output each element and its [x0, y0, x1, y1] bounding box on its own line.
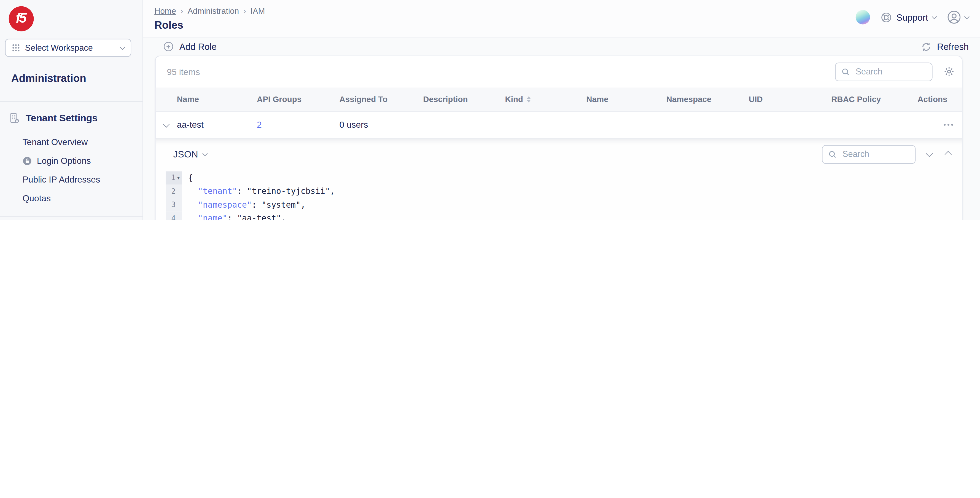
refresh-icon	[921, 42, 931, 51]
page-title: Roles	[154, 19, 265, 32]
app-window: f5 Select Workspace Administration Tenan…	[0, 0, 980, 220]
namespace-cell	[667, 117, 749, 132]
json-code-viewer: 1▾{2 "tenant": "treino-tyjcbsii",3 "name…	[165, 171, 953, 220]
chevron-down-icon	[120, 45, 125, 49]
breadcrumb-separator: ›	[243, 6, 246, 16]
workspace-selector[interactable]: Select Workspace	[5, 39, 131, 57]
column-header-name: Name	[177, 94, 257, 104]
sidebar-item-tenant-overview[interactable]: Tenant Overview	[0, 132, 143, 152]
add-role-button[interactable]: Add Role	[163, 42, 216, 52]
row-detail-json-panel: JSON	[156, 139, 962, 220]
sidebar-section-personal-management: Personal Management My AccountMy Namespa…	[0, 217, 143, 220]
header-support-label: Support	[897, 12, 928, 22]
breadcrumb: Home › Administration › IAM	[154, 6, 265, 16]
building-icon	[8, 112, 20, 124]
line-number-3: 3	[165, 198, 182, 212]
search-icon	[828, 150, 837, 158]
grid-icon	[12, 44, 20, 52]
column-header-assigned-to: Assigned To	[339, 94, 423, 104]
json-search-input[interactable]	[842, 149, 910, 160]
chevron-down-icon	[202, 150, 207, 156]
lifebuoy-icon	[881, 11, 892, 23]
kind-cell	[505, 117, 586, 132]
page-header: Home › Administration › IAM Roles Suppor…	[143, 0, 980, 38]
code-line-4: "name": "aa-test",	[182, 212, 953, 220]
fold-toggle-line-1[interactable]: 1▾	[165, 171, 182, 185]
column-header-rbac-policy: RBAC Policy	[831, 94, 918, 104]
row-actions-menu[interactable]	[918, 116, 962, 133]
assigned-to-cell: 0 users	[339, 112, 423, 137]
sidebar: f5 Select Workspace Administration Tenan…	[0, 0, 143, 220]
breadcrumb-separator: ›	[180, 6, 183, 16]
table-search-input[interactable]	[854, 66, 926, 77]
api-groups-link[interactable]: 2	[257, 112, 339, 137]
main-area: Home › Administration › IAM Roles Suppor…	[143, 0, 980, 220]
chevron-down-icon	[964, 14, 969, 19]
sidebar-item-quotas[interactable]: Quotas	[0, 189, 143, 208]
user-avatar-icon	[947, 10, 961, 24]
column-header-description: Description	[423, 94, 505, 104]
sidebar-section-tenant-settings: Tenant Settings Tenant OverviewLogin Opt…	[0, 102, 143, 217]
sidebar-item-login-options[interactable]: Login Options	[0, 152, 143, 170]
rbac-policy-cell	[831, 117, 918, 132]
plus-circle-icon	[163, 42, 174, 52]
line-number-4: 4	[165, 212, 182, 220]
refresh-button[interactable]: Refresh	[921, 42, 969, 51]
code-line-3: "namespace": "system",	[182, 198, 953, 212]
object-name-cell	[586, 117, 666, 132]
line-number-2: 2	[165, 185, 182, 198]
code-line-2: "tenant": "treino-tyjcbsii",	[182, 185, 953, 198]
sidebar-title: Administration	[11, 72, 143, 85]
breadcrumb-home[interactable]: Home	[154, 6, 176, 16]
toolbar: Add Role Refresh	[143, 38, 980, 55]
account-menu[interactable]	[947, 10, 969, 24]
table-body: aa-test20 users JSON	[156, 112, 962, 220]
code-line-1: {	[182, 171, 953, 185]
table-row-aa-test: aa-test20 users	[156, 112, 962, 139]
column-header-api-groups: API Groups	[257, 94, 339, 104]
find-previous-button[interactable]	[943, 149, 953, 159]
header-support-menu[interactable]: Support	[881, 11, 936, 23]
workspace-selector-label: Select Workspace	[25, 43, 116, 53]
tenant-avatar[interactable]	[856, 10, 870, 24]
find-next-button[interactable]	[924, 149, 934, 159]
chevron-down-icon	[932, 14, 937, 19]
items-count: 95 items	[167, 67, 200, 77]
f5-logo: f5	[9, 6, 34, 32]
lock-icon	[22, 156, 32, 166]
column-header-uid: UID	[749, 94, 831, 104]
collapse-row-icon[interactable]	[156, 122, 177, 127]
table-header-row: NameAPI GroupsAssigned ToDescriptionKind…	[156, 87, 962, 112]
roles-table-card: 95 items NameAPI GroupsAssigned ToDescri…	[155, 56, 963, 220]
section-header-tenant-settings[interactable]: Tenant Settings	[0, 110, 143, 128]
column-header-actions: Actions	[918, 94, 962, 104]
chevron-down-icon	[926, 150, 933, 157]
json-search	[822, 145, 915, 163]
view-mode-select[interactable]: JSON	[173, 149, 207, 160]
gear-icon[interactable]	[943, 66, 955, 77]
breadcrumb-administration[interactable]: Administration	[188, 6, 239, 16]
name-cell: aa-test	[177, 112, 257, 137]
search-icon	[842, 67, 850, 76]
uid-cell	[749, 117, 831, 132]
column-header-namespace: Namespace	[667, 94, 749, 104]
chevron-up-icon	[945, 150, 951, 158]
column-header-name: Name	[586, 94, 666, 104]
breadcrumb-iam: IAM	[250, 6, 265, 16]
ellipsis-icon	[943, 123, 953, 126]
table-search	[835, 62, 932, 81]
sort-icon	[527, 96, 531, 102]
sidebar-item-public-ip-addresses[interactable]: Public IP Addresses	[0, 170, 143, 189]
table-card-header: 95 items	[156, 56, 962, 87]
column-header-kind[interactable]: Kind	[505, 94, 586, 104]
description-cell	[423, 117, 505, 132]
